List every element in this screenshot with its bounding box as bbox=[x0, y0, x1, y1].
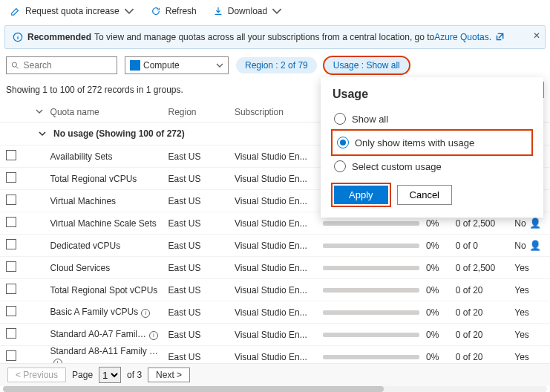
search-box[interactable] bbox=[6, 56, 117, 74]
person-icon[interactable]: 👤 bbox=[529, 240, 541, 251]
highlight-selected-option: Only show items with usage bbox=[333, 131, 531, 154]
next-button[interactable]: Next > bbox=[148, 368, 190, 382]
cell-name: Dedicated vCPUs bbox=[50, 241, 168, 251]
col-quota-name[interactable]: Quota name bbox=[50, 107, 168, 117]
highlight-apply: Apply bbox=[333, 184, 390, 206]
usage-bar bbox=[323, 221, 419, 226]
row-checkbox[interactable] bbox=[6, 306, 16, 316]
cell-region: East US bbox=[168, 352, 234, 362]
cell-quota: 0 of 20 bbox=[456, 307, 514, 318]
table-row[interactable]: Dedicated vCPUsEast USVisual Studio En..… bbox=[0, 234, 550, 256]
radio-icon bbox=[334, 160, 346, 172]
usage-pill-label: Usage : Show all bbox=[333, 60, 400, 71]
row-checkbox[interactable] bbox=[6, 284, 16, 294]
apply-button[interactable]: Apply bbox=[334, 186, 388, 204]
search-input[interactable] bbox=[24, 60, 112, 71]
cell-name: Cloud Services bbox=[50, 263, 168, 273]
table-row[interactable]: Total Regional Spot vCPUsEast USVisual S… bbox=[0, 278, 550, 301]
request-quota-label: Request quota increase bbox=[25, 6, 120, 16]
row-checkbox[interactable] bbox=[6, 195, 16, 205]
cell-quota: 0 of 0 bbox=[456, 241, 514, 251]
cell-subscription: Visual Studio En... bbox=[235, 352, 323, 362]
cell-region: East US bbox=[168, 263, 234, 273]
radio-show-all[interactable]: Show all bbox=[333, 108, 531, 129]
radio-label: Show all bbox=[352, 114, 388, 125]
cell-name: Basic A Family vCPUsi bbox=[50, 307, 168, 318]
cell-usage: 0% bbox=[426, 285, 456, 295]
download-button[interactable]: Download bbox=[210, 4, 285, 18]
cell-name: Total Regional vCPUs bbox=[50, 174, 168, 184]
row-checkbox[interactable] bbox=[6, 261, 16, 272]
cell-usage: 0% bbox=[426, 307, 456, 318]
usage-bar bbox=[323, 310, 419, 315]
row-checkbox[interactable] bbox=[6, 150, 16, 160]
banner-title: Recommended bbox=[27, 32, 91, 42]
col-subscription[interactable]: Subscription bbox=[235, 107, 323, 117]
info-icon[interactable]: i bbox=[141, 309, 150, 318]
cell-subscription: Visual Studio En... bbox=[235, 330, 323, 340]
compute-icon bbox=[130, 60, 140, 71]
row-checkbox[interactable] bbox=[6, 328, 16, 339]
cell-usage: 0% bbox=[426, 263, 456, 273]
request-quota-button[interactable]: Request quota increase bbox=[7, 4, 137, 18]
radio-icon bbox=[334, 113, 346, 125]
popover-actions: Apply Cancel bbox=[333, 184, 531, 206]
cell-adjustable: No👤 bbox=[514, 218, 544, 229]
radio-icon bbox=[337, 137, 349, 148]
cell-subscription: Visual Studio En... bbox=[235, 263, 323, 273]
cancel-button[interactable]: Cancel bbox=[397, 185, 452, 205]
cell-quota: 0 of 2,500 bbox=[456, 218, 514, 229]
external-link-icon bbox=[494, 32, 505, 42]
page-select[interactable]: 1 bbox=[99, 367, 121, 383]
usage-bar bbox=[323, 266, 419, 270]
row-checkbox[interactable] bbox=[6, 217, 16, 227]
previous-button[interactable]: < Previous bbox=[7, 368, 66, 382]
status-text: Showing 1 to 100 of 272 records in 1 gro… bbox=[6, 85, 183, 95]
usage-filter-popover: Usage Show all Only show items with usag… bbox=[321, 77, 543, 218]
cell-region: East US bbox=[168, 151, 234, 162]
scrollbar-thumb[interactable] bbox=[3, 386, 384, 392]
chevron-down-icon[interactable] bbox=[36, 108, 43, 115]
col-region[interactable]: Region bbox=[168, 107, 234, 117]
cell-subscription: Visual Studio En... bbox=[235, 241, 323, 251]
person-icon[interactable]: 👤 bbox=[529, 218, 541, 229]
region-filter-pill[interactable]: Region : 2 of 79 bbox=[236, 57, 317, 74]
cell-quota: 0 of 20 bbox=[456, 285, 514, 295]
provider-label: Compute bbox=[143, 60, 180, 71]
popover-title: Usage bbox=[333, 88, 531, 101]
cell-region: East US bbox=[168, 285, 234, 295]
provider-select[interactable]: Compute bbox=[125, 56, 229, 74]
page-label: Page bbox=[72, 370, 93, 380]
cell-usage: 0% bbox=[426, 352, 456, 362]
usage-filter-pill[interactable]: Usage : Show all bbox=[324, 57, 409, 74]
cell-region: East US bbox=[168, 174, 234, 184]
info-icon[interactable]: i bbox=[149, 331, 158, 340]
table-row[interactable]: Cloud ServicesEast USVisual Studio En...… bbox=[0, 256, 550, 278]
cell-subscription: Visual Studio En... bbox=[235, 285, 323, 295]
radio-only-usage[interactable]: Only show items with usage bbox=[335, 132, 528, 153]
chevron-down-icon bbox=[39, 130, 46, 137]
row-checkbox[interactable] bbox=[6, 239, 16, 249]
refresh-button[interactable]: Refresh bbox=[148, 4, 200, 18]
row-checkbox[interactable] bbox=[6, 350, 16, 361]
banner-text: To view and manage quotas across all you… bbox=[94, 32, 434, 42]
usage-bar bbox=[323, 355, 419, 359]
cell-subscription: Visual Studio En... bbox=[235, 151, 323, 162]
pencil-icon bbox=[10, 6, 21, 16]
cell-adjustable: Yes bbox=[514, 352, 544, 362]
group-label: No usage (Showing 100 of 272) bbox=[53, 128, 185, 139]
toolbar: Request quota increase Refresh Download bbox=[0, 0, 550, 22]
table-row[interactable]: Standard A0-A7 Famil…iEast USVisual Stud… bbox=[0, 323, 550, 345]
chevron-down-icon bbox=[216, 62, 223, 69]
radio-custom-usage[interactable]: Select custom usage bbox=[333, 156, 531, 177]
search-icon bbox=[11, 61, 19, 70]
row-checkbox[interactable] bbox=[6, 172, 16, 183]
cell-region: East US bbox=[168, 241, 234, 251]
banner-close-button[interactable]: ✕ bbox=[533, 30, 540, 41]
chevron-down-icon bbox=[272, 6, 282, 16]
page-of: of 3 bbox=[127, 370, 142, 380]
table-row[interactable]: Basic A Family vCPUsiEast USVisual Studi… bbox=[0, 301, 550, 323]
horizontal-scrollbar[interactable] bbox=[3, 386, 547, 392]
azure-quotas-link[interactable]: Azure Quotas. bbox=[434, 32, 491, 42]
cell-usage: 0% bbox=[426, 218, 456, 229]
